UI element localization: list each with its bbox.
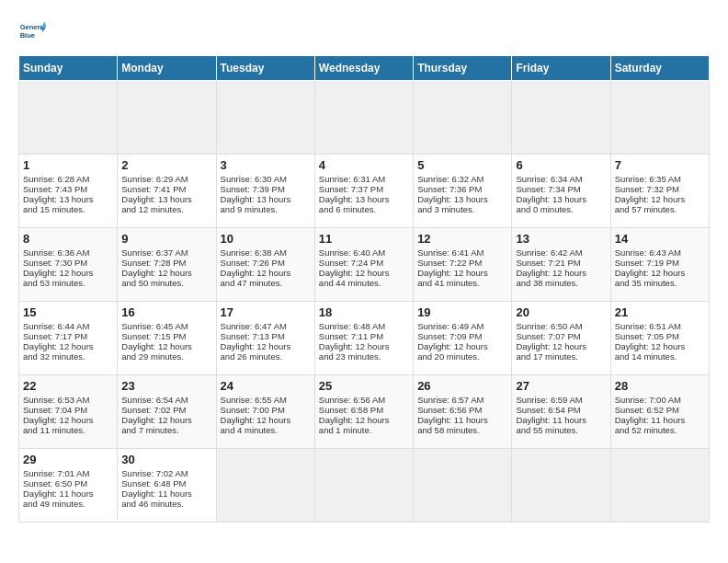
day-info-line: and 29 minutes. [121, 351, 211, 362]
day-info-line: and 12 minutes. [121, 204, 211, 214]
calendar-week-row: 29Sunrise: 7:01 AMSunset: 6:50 PMDayligh… [19, 449, 710, 523]
calendar-cell: 25Sunrise: 6:56 AMSunset: 6:58 PMDayligh… [314, 375, 413, 449]
weekday-header: Thursday [414, 56, 512, 81]
day-info-line: Sunset: 7:19 PM [615, 258, 705, 268]
day-info-line: and 1 minute. [319, 425, 409, 435]
calendar-cell: 28Sunrise: 7:00 AMSunset: 6:52 PMDayligh… [610, 375, 709, 449]
day-number: 7 [615, 158, 705, 172]
day-info-line: Daylight: 13 hours [516, 194, 606, 204]
day-info-line: Daylight: 12 hours [615, 341, 705, 351]
calendar-cell [512, 81, 610, 155]
calendar-cell: 13Sunrise: 6:42 AMSunset: 7:21 PMDayligh… [512, 228, 610, 302]
day-number: 10 [221, 232, 311, 246]
weekday-header: Monday [118, 56, 216, 81]
day-number: 1 [23, 158, 113, 172]
day-info-line: Daylight: 12 hours [121, 341, 211, 351]
logo: General Blue [18, 18, 50, 46]
day-info-line: Sunrise: 6:56 AM [319, 395, 409, 405]
day-info-line: and 44 minutes. [319, 278, 409, 288]
day-info-line: and 17 minutes. [516, 351, 606, 362]
day-info-line: Sunrise: 6:36 AM [23, 247, 113, 258]
page-header: General Blue [18, 18, 710, 46]
day-number: 20 [516, 305, 606, 319]
day-info-line: and 7 minutes. [121, 425, 211, 435]
day-info-line: Sunrise: 6:43 AM [615, 247, 705, 258]
calendar-cell: 15Sunrise: 6:44 AMSunset: 7:17 PMDayligh… [19, 302, 118, 375]
day-info-line: and 23 minutes. [319, 351, 409, 362]
day-number: 23 [121, 379, 211, 393]
day-info-line: Sunset: 7:09 PM [417, 331, 507, 341]
day-info-line: Daylight: 13 hours [221, 194, 311, 204]
day-info-line: Daylight: 12 hours [516, 341, 606, 351]
day-info-line: Daylight: 13 hours [319, 194, 409, 204]
calendar-cell: 19Sunrise: 6:49 AMSunset: 7:09 PMDayligh… [414, 302, 512, 375]
day-info-line: Sunrise: 6:37 AM [121, 247, 211, 258]
day-number: 25 [319, 379, 409, 393]
weekday-header: Sunday [19, 56, 118, 81]
day-info-line: Sunrise: 6:48 AM [319, 321, 409, 331]
day-info-line: and 14 minutes. [615, 351, 705, 362]
day-number: 21 [615, 305, 705, 319]
day-info-line: and 53 minutes. [23, 278, 113, 288]
day-info-line: Sunset: 7:05 PM [615, 331, 705, 341]
calendar-cell [314, 81, 413, 155]
day-info-line: Sunrise: 6:57 AM [417, 395, 507, 405]
day-info-line: Sunset: 6:52 PM [615, 405, 705, 415]
calendar-cell: 4Sunrise: 6:31 AMSunset: 7:37 PMDaylight… [314, 155, 413, 228]
day-info-line: Sunset: 7:15 PM [121, 331, 211, 341]
calendar-cell: 22Sunrise: 6:53 AMSunset: 7:04 PMDayligh… [19, 375, 118, 449]
calendar-cell [216, 449, 314, 523]
day-info-line: Sunrise: 6:55 AM [221, 395, 311, 405]
day-info-line: Daylight: 12 hours [121, 415, 211, 425]
day-info-line: Daylight: 12 hours [516, 268, 606, 278]
calendar-cell: 9Sunrise: 6:37 AMSunset: 7:28 PMDaylight… [118, 228, 216, 302]
day-info-line: Sunset: 7:26 PM [221, 258, 311, 268]
weekday-header: Wednesday [314, 56, 413, 81]
day-number: 22 [23, 379, 113, 393]
day-info-line: Daylight: 12 hours [23, 268, 113, 278]
calendar-cell: 24Sunrise: 6:55 AMSunset: 7:00 PMDayligh… [216, 375, 314, 449]
day-info-line: and 0 minutes. [516, 204, 606, 214]
day-info-line: Sunset: 7:07 PM [516, 331, 606, 341]
day-info-line: Daylight: 12 hours [417, 268, 507, 278]
day-number: 5 [417, 158, 507, 172]
day-info-line: Sunset: 7:39 PM [221, 184, 311, 194]
day-info-line: Sunset: 7:32 PM [615, 184, 705, 194]
day-info-line: Sunset: 7:02 PM [121, 405, 211, 415]
calendar-cell: 23Sunrise: 6:54 AMSunset: 7:02 PMDayligh… [118, 375, 216, 449]
day-info-line: and 38 minutes. [516, 278, 606, 288]
calendar-cell: 10Sunrise: 6:38 AMSunset: 7:26 PMDayligh… [216, 228, 314, 302]
calendar-cell: 6Sunrise: 6:34 AMSunset: 7:34 PMDaylight… [512, 155, 610, 228]
day-info-line: Sunrise: 6:49 AM [417, 321, 507, 331]
day-info-line: and 41 minutes. [417, 278, 507, 288]
day-info-line: Sunset: 7:41 PM [121, 184, 211, 194]
calendar-cell: 1Sunrise: 6:28 AMSunset: 7:43 PMDaylight… [19, 155, 118, 228]
day-number: 29 [23, 453, 113, 466]
day-info-line: Daylight: 11 hours [615, 415, 705, 425]
day-info-line: Sunrise: 6:45 AM [121, 321, 211, 331]
calendar-cell [610, 449, 709, 523]
day-info-line: Daylight: 13 hours [121, 194, 211, 204]
day-info-line: Sunset: 7:11 PM [319, 331, 409, 341]
day-info-line: Daylight: 11 hours [121, 488, 211, 499]
day-info-line: and 15 minutes. [23, 204, 113, 214]
day-info-line: and 47 minutes. [221, 278, 311, 288]
day-info-line: Daylight: 12 hours [319, 415, 409, 425]
calendar-week-row: 15Sunrise: 6:44 AMSunset: 7:17 PMDayligh… [19, 302, 710, 375]
weekday-header: Tuesday [216, 56, 314, 81]
day-info-line: Sunrise: 6:38 AM [221, 247, 311, 258]
day-info-line: and 35 minutes. [615, 278, 705, 288]
day-info-line: Daylight: 12 hours [23, 415, 113, 425]
day-info-line: Sunrise: 6:50 AM [516, 321, 606, 331]
svg-text:Blue: Blue [20, 31, 35, 40]
day-number: 13 [516, 232, 606, 246]
calendar-table: SundayMondayTuesdayWednesdayThursdayFrid… [18, 55, 710, 523]
day-info-line: Sunset: 7:21 PM [516, 258, 606, 268]
day-number: 17 [221, 305, 311, 319]
day-info-line: Sunrise: 6:34 AM [516, 174, 606, 184]
calendar-cell [414, 81, 512, 155]
calendar-cell: 29Sunrise: 7:01 AMSunset: 6:50 PMDayligh… [19, 449, 118, 523]
day-info-line: and 58 minutes. [417, 425, 507, 435]
day-number: 16 [121, 305, 211, 319]
day-number: 24 [221, 379, 311, 393]
